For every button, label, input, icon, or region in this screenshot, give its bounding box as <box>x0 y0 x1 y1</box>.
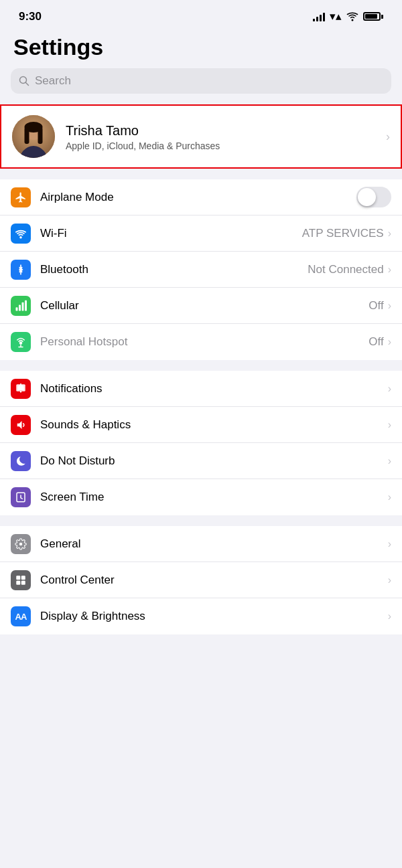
wifi-value: ATP SERVICES <box>302 227 384 240</box>
battery-icon <box>363 12 383 21</box>
airplane-mode-toggle[interactable] <box>356 187 391 207</box>
status-bar: 9:30 ▾▴ <box>0 0 402 29</box>
cellular-value: Off <box>368 299 383 313</box>
hotspot-icon <box>11 332 31 352</box>
svg-rect-14 <box>19 305 21 311</box>
svg-point-28 <box>21 497 21 498</box>
airplane-mode-icon <box>11 187 31 207</box>
svg-rect-30 <box>16 576 20 580</box>
wifi-icon <box>11 224 31 244</box>
general-icon <box>11 534 31 554</box>
settings-item-screen-time[interactable]: Screen Time › <box>0 479 402 515</box>
personal-hotspot-value: Off <box>368 335 383 349</box>
svg-point-29 <box>19 542 23 545</box>
do-not-disturb-icon <box>11 451 31 471</box>
search-icon <box>19 76 29 86</box>
profile-name: Trisha Tamo <box>66 122 386 139</box>
general-label: General <box>40 537 388 551</box>
svg-point-0 <box>352 19 354 21</box>
status-icons: ▾▴ <box>313 9 383 23</box>
do-not-disturb-chevron: › <box>388 455 391 467</box>
bluetooth-chevron: › <box>388 264 391 276</box>
wifi-chevron: › <box>388 228 391 240</box>
airplane-mode-toggle-knob <box>358 188 376 206</box>
notifications-chevron: › <box>388 383 391 395</box>
settings-item-airplane-mode[interactable]: Airplane Mode <box>0 179 402 215</box>
bluetooth-value: Not Connected <box>308 263 383 276</box>
svg-line-2 <box>26 83 29 86</box>
settings-item-wifi[interactable]: Wi-Fi ATP SERVICES › <box>0 215 402 252</box>
general-chevron: › <box>388 538 391 550</box>
sounds-haptics-icon <box>11 415 31 435</box>
profile-card[interactable]: Trisha Tamo Apple ID, iCloud, Media & Pu… <box>0 104 402 169</box>
cellular-chevron: › <box>388 300 391 312</box>
svg-rect-13 <box>16 307 18 311</box>
do-not-disturb-label: Do Not Disturb <box>40 454 388 468</box>
svg-rect-8 <box>38 127 43 144</box>
cellular-label: Cellular <box>40 299 368 313</box>
control-center-label: Control Center <box>40 574 388 587</box>
svg-rect-16 <box>25 300 27 311</box>
screen-time-label: Screen Time <box>40 491 388 504</box>
personal-hotspot-label: Personal Hotspot <box>40 335 368 349</box>
bluetooth-icon <box>11 260 31 280</box>
avatar-image <box>12 115 55 158</box>
svg-rect-32 <box>16 580 20 584</box>
notifications-label: Notifications <box>40 382 388 396</box>
profile-subtitle: Apple ID, iCloud, Media & Purchases <box>66 141 386 151</box>
svg-marker-26 <box>17 421 22 429</box>
svg-point-17 <box>19 341 23 345</box>
settings-item-bluetooth[interactable]: Bluetooth Not Connected › <box>0 252 402 288</box>
svg-point-9 <box>19 236 22 239</box>
airplane-mode-label: Airplane Mode <box>40 191 356 204</box>
wifi-label: Wi-Fi <box>40 227 302 240</box>
search-placeholder: Search <box>35 74 71 88</box>
settings-group-connectivity: Airplane Mode Wi-Fi ATP SERVICES › <box>0 179 402 360</box>
cellular-icon <box>11 296 31 316</box>
wifi-status-icon <box>346 12 358 21</box>
settings-item-do-not-disturb[interactable]: Do Not Disturb › <box>0 443 402 479</box>
settings-item-cellular[interactable]: Cellular Off › <box>0 288 402 324</box>
settings-item-general[interactable]: General › <box>0 526 402 562</box>
svg-rect-15 <box>22 302 24 311</box>
wifi-status-icon: ▾▴ <box>330 9 342 23</box>
signal-icon <box>313 12 325 21</box>
profile-chevron: › <box>386 130 390 144</box>
settings-item-personal-hotspot[interactable]: Personal Hotspot Off › <box>0 324 402 360</box>
display-brightness-icon: AA <box>11 606 31 626</box>
search-bar[interactable]: Search <box>11 68 391 94</box>
sounds-haptics-label: Sounds & Haptics <box>40 418 388 432</box>
notifications-icon <box>11 379 31 399</box>
profile-info: Trisha Tamo Apple ID, iCloud, Media & Pu… <box>66 122 386 151</box>
settings-item-control-center[interactable]: Control Center › <box>0 562 402 598</box>
bluetooth-label: Bluetooth <box>40 263 308 276</box>
sounds-haptics-chevron: › <box>388 419 391 431</box>
display-brightness-chevron: › <box>388 610 391 622</box>
svg-rect-31 <box>21 576 25 580</box>
personal-hotspot-chevron: › <box>388 336 391 348</box>
screen-time-chevron: › <box>388 491 391 503</box>
page-title: Settings <box>0 29 402 68</box>
control-center-icon <box>11 570 31 590</box>
settings-item-notifications[interactable]: Notifications › <box>0 371 402 407</box>
status-time: 9:30 <box>19 10 42 23</box>
avatar <box>12 115 55 158</box>
svg-point-24 <box>20 391 21 392</box>
display-brightness-label: Display & Brightness <box>40 610 388 623</box>
settings-group-notifications: Notifications › Sounds & Haptics › Do No… <box>0 371 402 515</box>
screen-time-icon <box>11 487 31 507</box>
svg-rect-7 <box>25 127 29 144</box>
settings-item-display-brightness[interactable]: AA Display & Brightness › <box>0 598 402 634</box>
settings-group-general: General › Control Center › AA Display & … <box>0 526 402 634</box>
control-center-chevron: › <box>388 574 391 586</box>
settings-item-sounds-haptics[interactable]: Sounds & Haptics › <box>0 407 402 443</box>
svg-rect-33 <box>21 580 25 584</box>
